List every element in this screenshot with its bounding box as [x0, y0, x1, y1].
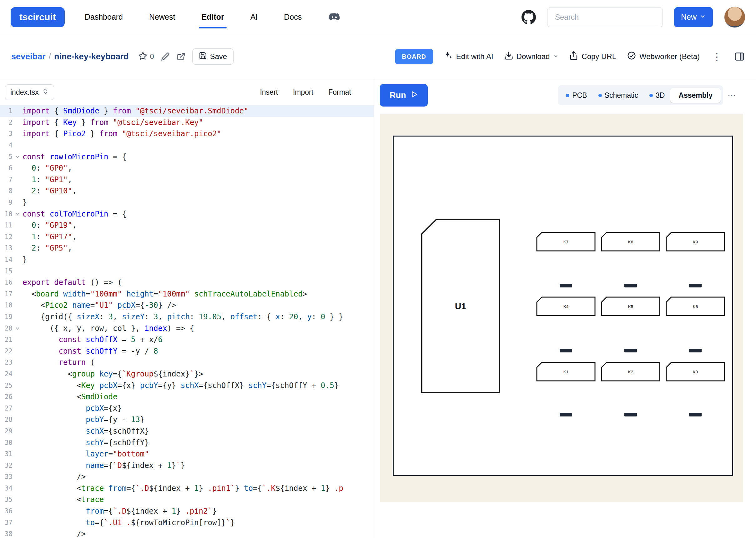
- run-button-label: Run: [389, 90, 406, 100]
- assembly-canvas[interactable]: U1K7K8K9K4K5K6K1K2K3: [380, 114, 743, 502]
- fold-chevron-icon[interactable]: [13, 325, 23, 332]
- code-line-36: 36 from={`.D${index + 1} .pin2`}: [0, 506, 374, 517]
- save-button[interactable]: Save: [192, 48, 234, 65]
- view-tab-3d[interactable]: 3D: [644, 85, 670, 105]
- code-line-27: 27 pcbX={x}: [0, 403, 374, 414]
- line-number: 2: [0, 119, 13, 126]
- view-tabs-more-icon[interactable]: ⋯: [723, 90, 740, 100]
- webworker-button[interactable]: Webworker (Beta): [627, 51, 700, 62]
- code-line-7: 7 1: "GP1",: [0, 174, 374, 186]
- search-input[interactable]: [547, 7, 663, 27]
- download-button[interactable]: Download: [504, 51, 559, 62]
- fold-chevron-icon[interactable]: [13, 211, 23, 217]
- line-number: 32: [0, 462, 13, 469]
- new-button[interactable]: New: [674, 7, 713, 27]
- view-tab-label: Assembly: [678, 91, 713, 100]
- preview-topbar: Run PCBSchematic3DAssembly ⋯: [374, 79, 756, 112]
- code-line-20: 20 ({ x, y, row, col }, index) => {: [0, 322, 374, 334]
- line-number: 23: [0, 359, 13, 366]
- board-badge[interactable]: BOARD: [395, 49, 433, 64]
- editor-menu-insert[interactable]: Insert: [260, 88, 278, 96]
- star-button[interactable]: 0: [138, 51, 154, 62]
- run-button[interactable]: Run: [380, 84, 428, 107]
- code-line-15: 15: [0, 265, 374, 277]
- code-text: }: [23, 198, 374, 207]
- code-line-35: 35 <trace: [0, 494, 374, 506]
- line-number: 10: [0, 210, 13, 218]
- breadcrumb-project-name[interactable]: nine-key-keyboard: [54, 52, 129, 62]
- key-label-K8: K8: [628, 240, 633, 244]
- code-line-18: 18 <Pico2 name="U1" pcbX={-30} />: [0, 299, 374, 311]
- save-icon: [199, 52, 207, 62]
- edit-with-ai-button[interactable]: Edit with AI: [444, 51, 494, 62]
- view-tab-schematic[interactable]: Schematic: [593, 85, 644, 105]
- nav-item-editor[interactable]: Editor: [202, 0, 224, 34]
- code-line-17: 17 <board width="100mm" height="100mm" s…: [0, 288, 374, 300]
- editor-tabbar: index.tsx InsertImportFormat: [0, 79, 374, 105]
- status-dot: [566, 94, 569, 97]
- code-text: 0: "GP19",: [23, 221, 374, 230]
- code-text: name={`D${index + 1}`}: [23, 461, 374, 470]
- line-number: 19: [0, 313, 13, 321]
- code-line-31: 31 layer="bottom": [0, 448, 374, 460]
- code-text: <group key={`Kgroup${index}`}>: [23, 370, 374, 378]
- open-external-icon[interactable]: [177, 52, 185, 61]
- view-tab-assembly[interactable]: Assembly: [670, 88, 721, 103]
- file-tab-selector[interactable]: index.tsx: [5, 84, 54, 100]
- nav-item-ai[interactable]: AI: [251, 0, 258, 34]
- toggle-panel-icon[interactable]: [734, 51, 745, 62]
- code-text: pcbY={y - 13}: [23, 415, 374, 424]
- discord-icon[interactable]: [328, 11, 340, 24]
- diode: [560, 349, 572, 352]
- line-number: 21: [0, 336, 13, 343]
- fold-chevron-icon[interactable]: [13, 154, 23, 160]
- nav-item-newest[interactable]: Newest: [149, 0, 175, 34]
- diode: [624, 413, 637, 416]
- rename-pencil-icon[interactable]: [161, 52, 170, 61]
- code-text: schY={schOffY}: [23, 438, 374, 447]
- editor-menu-format[interactable]: Format: [328, 88, 351, 96]
- view-tab-pcb[interactable]: PCB: [560, 85, 593, 105]
- line-number: 38: [0, 530, 13, 538]
- code-line-8: 8 2: "GP10",: [0, 185, 374, 197]
- breadcrumb-owner[interactable]: seveibar: [11, 52, 46, 62]
- code-editor[interactable]: 1import { SmdDiode } from "@tsci/seveiba…: [0, 105, 374, 538]
- code-line-19: 19 {grid({ sizeX: 3, sizeY: 3, pitch: 19…: [0, 311, 374, 323]
- chevron-down-icon: [700, 13, 706, 22]
- code-text: <SmdDiode: [23, 393, 374, 401]
- nav-item-docs[interactable]: Docs: [284, 0, 302, 34]
- more-options-kebab-icon[interactable]: ⋮: [710, 51, 724, 62]
- line-number: 37: [0, 519, 13, 526]
- code-line-11: 11 0: "GP19",: [0, 220, 374, 231]
- editor-menu-import[interactable]: Import: [293, 88, 313, 96]
- chip-label: U1: [455, 301, 466, 311]
- line-number: 33: [0, 473, 13, 480]
- line-number: 4: [0, 141, 13, 149]
- key-label-K6: K6: [693, 304, 698, 309]
- github-icon[interactable]: [521, 10, 536, 25]
- copy-url-button[interactable]: Copy URL: [569, 51, 616, 62]
- view-tabs: PCBSchematic3DAssembly: [558, 85, 723, 105]
- code-line-10: 10const colToMicroPin = {: [0, 208, 374, 220]
- code-line-2: 2import { Key } from "@tsci/seveibar.Key…: [0, 117, 374, 129]
- line-number: 24: [0, 370, 13, 378]
- key-label-K2: K2: [628, 370, 633, 374]
- save-button-label: Save: [210, 52, 227, 61]
- user-avatar[interactable]: [724, 7, 745, 28]
- line-number: 14: [0, 256, 13, 263]
- line-number: 11: [0, 222, 13, 229]
- code-text: layer="bottom": [23, 450, 374, 458]
- tscircuit-logo[interactable]: tscircuit: [11, 7, 65, 27]
- nav-item-dashboard[interactable]: Dashboard: [85, 0, 123, 34]
- code-text: {grid({ sizeX: 3, sizeY: 3, pitch: 19.05…: [23, 312, 374, 321]
- code-line-21: 21 const schOffX = 5 + x/6: [0, 334, 374, 346]
- code-text: 1: "GP17",: [23, 233, 374, 241]
- line-number: 20: [0, 325, 13, 332]
- line-number: 8: [0, 187, 13, 195]
- line-number: 31: [0, 450, 13, 458]
- code-line-33: 33 />: [0, 471, 374, 483]
- code-text: 0: "GP0",: [23, 164, 374, 173]
- code-line-24: 24 <group key={`Kgroup${index}`}>: [0, 368, 374, 380]
- key-label-K5: K5: [628, 304, 633, 309]
- share-icon: [569, 51, 578, 62]
